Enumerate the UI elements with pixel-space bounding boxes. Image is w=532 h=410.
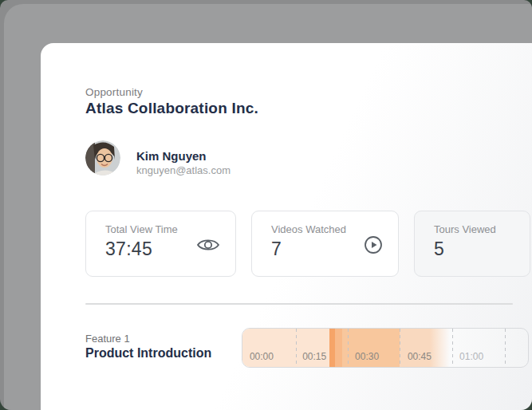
timeline-tick-label: 00:30 bbox=[355, 351, 379, 362]
feature-title: Product Introduction bbox=[85, 346, 211, 361]
stat-card-tours-viewed[interactable]: Tours Viewed 5 bbox=[414, 211, 530, 277]
timeline-tick-line bbox=[400, 329, 400, 367]
stat-value: 5 bbox=[434, 239, 444, 260]
eye-icon bbox=[196, 235, 220, 254]
stat-label: Videos Watched bbox=[271, 223, 346, 235]
timeline-tick-line bbox=[348, 329, 349, 367]
window-frame: Opportunity Atlas Collaboration Inc. Kim bbox=[0, 0, 532, 410]
timeline-heat-segment bbox=[335, 329, 342, 367]
stat-value: 37:45 bbox=[105, 239, 152, 260]
stat-value: 7 bbox=[271, 239, 282, 260]
timeline-track[interactable]: 00:0000:1500:3000:4501:00 bbox=[242, 328, 529, 368]
contact-email: knguyen@atlas.com bbox=[136, 164, 231, 176]
contact-name: Kim Nguyen bbox=[136, 149, 207, 163]
feature-label: Feature 1 bbox=[85, 333, 130, 345]
avatar bbox=[85, 140, 120, 175]
play-circle-icon bbox=[359, 235, 383, 254]
stat-label: Total View Time bbox=[105, 223, 178, 235]
timeline-heat-segment bbox=[430, 329, 450, 367]
opportunity-card: Opportunity Atlas Collaboration Inc. Kim bbox=[41, 43, 532, 410]
section-divider bbox=[85, 303, 513, 305]
timeline-heat-segment bbox=[329, 329, 335, 367]
avatar-photo-illustration bbox=[85, 140, 120, 175]
opportunity-label: Opportunity bbox=[85, 86, 143, 98]
stat-label: Tours Viewed bbox=[434, 223, 496, 235]
stat-card-total-view-time[interactable]: Total View Time 37:45 bbox=[85, 211, 236, 277]
timeline-tick-label: 00:45 bbox=[408, 351, 432, 362]
timeline-tick-label: 00:15 bbox=[302, 351, 326, 362]
timeline-tick-line bbox=[296, 329, 297, 367]
timeline-tick-label: 01:00 bbox=[459, 351, 483, 362]
page-title: Atlas Collaboration Inc. bbox=[85, 100, 258, 117]
timeline-tick-line bbox=[452, 329, 453, 367]
timeline-tick-label: 00:00 bbox=[250, 351, 274, 362]
stat-card-videos-watched[interactable]: Videos Watched 7 bbox=[251, 211, 399, 277]
timeline-tick-line bbox=[505, 329, 506, 367]
